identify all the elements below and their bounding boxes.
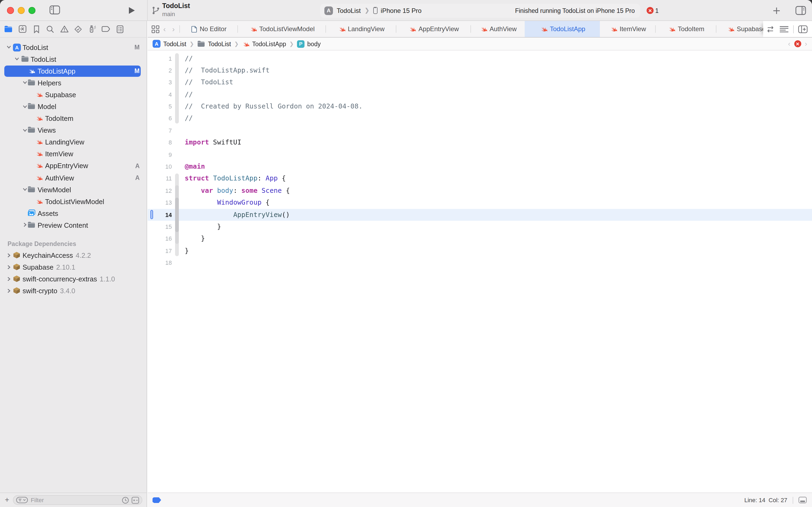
add-item-button[interactable]: + [0,495,13,505]
add-editor-icon[interactable] [798,25,808,33]
sidebar-item-landingview[interactable]: LandingView [0,136,147,148]
go-forward-button[interactable]: › [169,25,177,33]
reports-icon[interactable] [115,24,125,34]
iphone-icon [373,7,378,14]
sidebar-item-itemview[interactable]: ItemView [0,148,147,160]
code-line-11[interactable]: 11struct TodoListApp: App { [148,173,812,185]
chevron-down-icon[interactable] [6,45,11,49]
code-line-2[interactable]: 2// TodoListApp.swift [148,64,812,76]
chevron-down-icon[interactable] [14,56,19,61]
filter-scm-status-icon[interactable] [131,497,139,504]
chevron-right-icon[interactable] [6,265,11,269]
scheme-name[interactable]: TodoList [337,7,361,14]
code-line-9[interactable]: 9 [148,149,812,161]
chevron-down-icon[interactable] [22,80,27,85]
editor-tab-no-editor[interactable]: No Editor [180,21,238,37]
sidebar-item-todolist[interactable]: TodoList [0,53,147,65]
issues-icon[interactable] [60,24,69,34]
code-line-1[interactable]: 1// [148,52,812,64]
code-line-14[interactable]: 14 AppEntryView() [148,209,812,221]
run-button[interactable] [128,6,135,14]
debug-icon[interactable] [88,24,97,34]
hide-bottom-bar-icon[interactable] [799,497,807,503]
chevron-right-icon[interactable] [6,276,11,281]
go-back-button[interactable]: ‹ [161,25,168,33]
editor-tab-landingview[interactable]: LandingView [326,21,396,37]
editor-tab-todolistviewmodel[interactable]: TodoListViewModel [238,21,326,37]
package-item-supabase[interactable]: Supabase2.10.1 [0,261,147,273]
new-tab-button[interactable] [773,7,780,14]
toggle-right-sidebar-icon[interactable] [795,6,806,15]
sidebar-item-todolist[interactable]: ATodoListM [0,41,147,53]
jump-bar-error-icon[interactable]: ✕ [794,40,801,47]
code-line-15[interactable]: 15 } [148,221,812,233]
previous-issue-button[interactable]: ‹ [788,40,791,47]
sidebar-item-helpers[interactable]: Helpers [0,77,147,89]
toggle-left-sidebar-icon[interactable] [49,5,60,14]
code-line-4[interactable]: 4// [148,88,812,101]
editor-tab-todolistapp[interactable]: TodoListApp [525,21,600,37]
sidebar-item-appentryview[interactable]: AppEntryViewA [0,160,147,172]
sidebar-item-views[interactable]: Views [0,124,147,136]
editor-tab-appentryview[interactable]: AppEntryView [397,21,471,37]
breadcrumb-item-todolist[interactable]: TodoList [197,40,231,47]
code-line-13[interactable]: 13 WindowGroup { [148,196,812,209]
zoom-window-button[interactable] [28,7,35,14]
breakpoints-icon[interactable] [102,24,111,34]
editor-tab-authview[interactable]: AuthView [471,21,525,37]
recent-files-clock-icon[interactable] [122,497,129,504]
sidebar-item-authview[interactable]: AuthViewA [0,172,147,184]
sidebar-item-supabase[interactable]: Supabase [0,89,147,101]
sidebar-item-todolistapp[interactable]: TodoListAppM [0,65,147,77]
related-items-icon[interactable] [152,25,160,33]
sidebar-item-model[interactable]: Model [0,101,147,113]
code-line-16[interactable]: 16 } [148,233,812,245]
code-line-12[interactable]: 12 var body: some Scene { [148,185,812,197]
column-indicator[interactable]: Col: 27 [768,497,787,503]
breadcrumb-item-todolistapp[interactable]: TodoListApp [242,40,286,48]
source-editor[interactable]: 1//2// TodoListApp.swift3// TodoList4//5… [148,51,812,493]
bookmarks-icon[interactable] [32,24,41,34]
chevron-right-icon[interactable] [6,253,11,258]
filter-field[interactable]: Filter [13,495,142,505]
chevron-right-icon[interactable] [22,223,27,227]
minimize-window-button[interactable] [18,7,24,14]
editor-tab-todoitem[interactable]: TodoItem [656,21,716,37]
chevron-down-icon[interactable] [22,104,27,109]
run-destination[interactable]: iPhone 15 Pro [381,7,421,14]
activity-view[interactable]: A TodoList ❯ iPhone 15 Pro Finished runn… [320,3,640,17]
package-item-swift-crypto[interactable]: swift-crypto3.4.0 [0,285,147,297]
sidebar-item-todolistviewmodel[interactable]: TodoListViewModel [0,195,147,207]
line-indicator[interactable]: Line: 14 [744,497,765,503]
sidebar-item-todoitem[interactable]: TodoItem [0,113,147,124]
sidebar-item-viewmodel[interactable]: ViewModel [0,184,147,195]
package-item-swift-concurrency-extras[interactable]: swift-concurrency-extras1.1.0 [0,273,147,285]
next-issue-button[interactable]: › [805,40,807,47]
project-navigator-icon[interactable] [4,24,13,34]
adjust-editor-options-icon[interactable] [779,25,789,33]
close-window-button[interactable] [7,7,14,14]
source-control-changes-icon[interactable] [18,24,27,34]
sidebar-item-assets[interactable]: Assets [0,208,147,219]
breadcrumb-item-body[interactable]: Pbody [297,40,321,48]
editor-tab-itemview[interactable]: ItemView [600,21,655,37]
code-line-10[interactable]: 10@main [148,161,812,173]
code-line-17[interactable]: 17} [148,245,812,257]
code-line-18[interactable]: 18 [148,257,812,269]
chevron-down-icon[interactable] [22,187,27,192]
code-line-5[interactable]: 5// Created by Russell Gordon on 2024-04… [148,101,812,113]
issue-count[interactable]: ✕ 1 [647,7,659,14]
chevron-right-icon[interactable] [6,288,11,293]
code-line-6[interactable]: 6// [148,113,812,125]
sidebar-item-preview-content[interactable]: Preview Content [0,219,147,231]
code-review-icon[interactable] [766,25,775,33]
code-line-7[interactable]: 7 [148,125,812,137]
code-line-3[interactable]: 3// TodoList [148,76,812,89]
breadcrumb-item-todolist[interactable]: ATodoList [153,40,186,48]
chevron-down-icon[interactable] [22,127,27,132]
find-icon[interactable] [46,24,55,34]
scope-tag-icon[interactable] [153,497,161,503]
tests-icon[interactable] [73,24,83,34]
code-line-8[interactable]: 8import SwiftUI [148,136,812,149]
package-item-keychainaccess[interactable]: KeychainAccess4.2.2 [0,249,147,261]
